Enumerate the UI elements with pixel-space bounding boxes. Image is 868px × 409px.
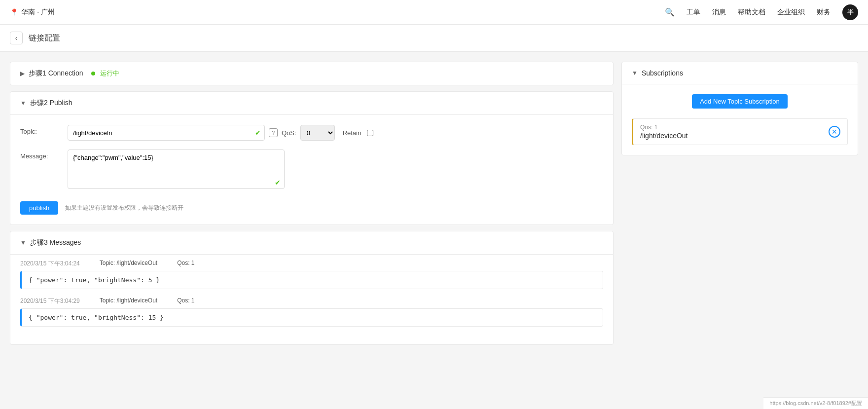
topic-input-wrapper: ✔ xyxy=(68,125,265,141)
nav-finance[interactable]: 财务 xyxy=(817,8,831,17)
messages-list: 2020/3/15 下午3:04:24 Topic: /light/device… xyxy=(10,255,613,344)
location-info: 📍 华南 - 广州 xyxy=(10,8,55,17)
subscription-close-button-0[interactable]: ✕ xyxy=(829,126,840,138)
avatar[interactable]: 半 xyxy=(842,4,858,20)
topic-help-icon[interactable]: ? xyxy=(269,128,278,137)
message-meta-1: 2020/3/15 下午3:04:29 Topic: /light/device… xyxy=(20,297,603,305)
location-text: 华南 - 广州 xyxy=(21,8,55,17)
avatar-text: 半 xyxy=(847,8,854,17)
url-bar: https://blog.csdn.net/v2-8/f01892#配置 xyxy=(763,397,868,409)
step2-body: Topic: ✔ ? QoS: 0 1 2 Retain xyxy=(10,115,613,224)
nav-help-docs[interactable]: 帮助文档 xyxy=(738,8,765,17)
search-icon[interactable]: 🔍 xyxy=(665,7,675,17)
subscriptions-toggle-icon: ▼ xyxy=(632,70,638,76)
step2-toggle-icon: ▼ xyxy=(20,100,26,107)
message-qos-0: Qos: 1 xyxy=(177,260,194,268)
message-timestamp-1: 2020/3/15 下午3:04:29 xyxy=(20,297,80,305)
step2-label: 步骤2 Publish xyxy=(30,99,72,108)
subscription-item-info-0: Qos: 1 /light/deviceOut xyxy=(640,124,688,140)
message-qos-1: Qos: 1 xyxy=(177,297,194,305)
message-label: Message: xyxy=(20,149,60,160)
subscription-topic-0: /light/deviceOut xyxy=(640,132,688,140)
step1-toggle-icon: ▶ xyxy=(20,70,25,77)
publish-row: publish 如果主题没有设置发布权限，会导致连接断开 xyxy=(20,199,603,215)
subscription-item-0: Qos: 1 /light/deviceOut ✕ xyxy=(632,118,848,145)
step3-header[interactable]: ▼ 步骤3 Messages xyxy=(10,231,613,255)
topic-input[interactable] xyxy=(68,125,265,141)
message-topic-1: Topic: /light/deviceOut xyxy=(100,297,157,305)
step2-header[interactable]: ▼ 步骤2 Publish xyxy=(10,92,613,115)
retain-label: Retain xyxy=(343,129,362,137)
topic-label: Topic: xyxy=(20,125,60,135)
main-content: ▶ 步骤1 Connection 运行中 ▼ 步骤2 Publish Topic… xyxy=(0,52,868,409)
qos-select[interactable]: 0 1 2 xyxy=(300,125,335,141)
publish-button[interactable]: publish xyxy=(20,201,58,215)
location-icon: 📍 xyxy=(10,8,18,16)
top-nav-right: 🔍 工单 消息 帮助文档 企业组织 财务 半 xyxy=(665,4,858,20)
url-text: https://blog.csdn.net/v2-8/f01892#配置 xyxy=(769,400,862,406)
breadcrumb-bar: ‹ 链接配置 xyxy=(0,25,868,52)
topic-control-group: ✔ ? QoS: 0 1 2 Retain xyxy=(68,125,603,141)
step3-label: 步骤3 Messages xyxy=(30,238,81,247)
step1-card: ▶ 步骤1 Connection 运行中 xyxy=(10,62,614,85)
retain-checkbox[interactable] xyxy=(367,130,373,136)
subscriptions-title: Subscriptions xyxy=(642,69,683,77)
message-topic-0: Topic: /light/deviceOut xyxy=(100,260,157,268)
subscriptions-card: ▼ Subscriptions Add New Topic Subscripti… xyxy=(621,62,858,155)
nav-enterprise[interactable]: 企业组织 xyxy=(777,8,805,17)
step1-label: 步骤1 Connection xyxy=(29,69,83,78)
message-timestamp-0: 2020/3/15 下午3:04:24 xyxy=(20,260,80,268)
topic-row: Topic: ✔ ? QoS: 0 1 2 Retain xyxy=(20,125,603,141)
step1-status-dot xyxy=(91,72,95,75)
nav-message[interactable]: 消息 xyxy=(712,8,726,17)
step2-card: ▼ 步骤2 Publish Topic: ✔ ? QoS: 0 xyxy=(10,91,614,225)
right-panel: ▼ Subscriptions Add New Topic Subscripti… xyxy=(621,62,858,402)
message-meta-0: 2020/3/15 下午3:04:24 Topic: /light/device… xyxy=(20,260,603,268)
step3-card: ▼ 步骤3 Messages 2020/3/15 下午3:04:24 Topic… xyxy=(10,231,614,345)
left-panel: ▶ 步骤1 Connection 运行中 ▼ 步骤2 Publish Topic… xyxy=(10,62,614,402)
page-title: 链接配置 xyxy=(29,33,60,43)
topic-check-icon: ✔ xyxy=(255,129,261,137)
message-row: Message: {"change":"pwm","value":15} ✔ xyxy=(20,149,603,190)
subscriptions-header[interactable]: ▼ Subscriptions xyxy=(622,62,858,84)
message-textarea[interactable]: {"change":"pwm","value":15} xyxy=(68,149,285,189)
message-body-0: { "power": true, "brightNess": 5 } xyxy=(20,271,603,289)
subscription-qos-0: Qos: 1 xyxy=(640,124,688,131)
add-topic-subscription-button[interactable]: Add New Topic Subscription xyxy=(692,94,788,109)
message-body-1: { "power": true, "brightNess": 15 } xyxy=(20,308,603,327)
step1-status-text: 运行中 xyxy=(100,69,119,78)
message-wrapper: {"change":"pwm","value":15} ✔ xyxy=(68,149,285,190)
message-item-0: 2020/3/15 下午3:04:24 Topic: /light/device… xyxy=(20,260,603,289)
message-item-1: 2020/3/15 下午3:04:29 Topic: /light/device… xyxy=(20,297,603,327)
qos-label: QoS: xyxy=(282,129,296,137)
step3-toggle-icon: ▼ xyxy=(20,239,26,246)
nav-ticket[interactable]: 工单 xyxy=(687,8,700,17)
back-button[interactable]: ‹ xyxy=(10,32,23,44)
subscriptions-body: Add New Topic Subscription Qos: 1 /light… xyxy=(622,84,858,155)
message-check-icon: ✔ xyxy=(275,179,281,186)
step1-header[interactable]: ▶ 步骤1 Connection 运行中 xyxy=(10,62,613,85)
top-navigation: 📍 华南 - 广州 🔍 工单 消息 帮助文档 企业组织 财务 半 xyxy=(0,0,868,25)
publish-warning: 如果主题没有设置发布权限，会导致连接断开 xyxy=(65,204,183,212)
